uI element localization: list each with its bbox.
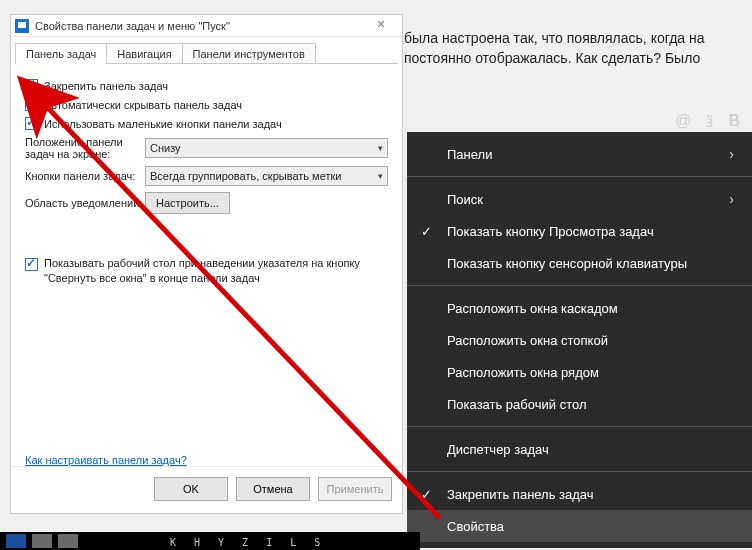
menu-sidebyside[interactable]: Расположить окна рядом xyxy=(407,356,752,388)
menu-label: Поиск xyxy=(447,192,483,207)
menu-panels[interactable]: Панели › xyxy=(407,138,752,170)
taskbar-context-menu: Панели › Поиск › ✓ Показать кнопку Просм… xyxy=(407,132,752,548)
at-icon: @ xyxy=(675,112,691,131)
menu-stack[interactable]: Расположить окна стопкой xyxy=(407,324,752,356)
select-grouping[interactable]: Всегда группировать, скрывать метки ▾ xyxy=(145,166,388,186)
select-value: Всегда группировать, скрывать метки xyxy=(150,170,341,182)
menu-lock-taskbar[interactable]: ✓ Закрепить панель задач xyxy=(407,478,752,510)
taskbar-app-icon[interactable] xyxy=(32,534,52,548)
dialog-footer: OK Отмена Применить xyxy=(11,466,402,513)
social-icons: @ ӟ B xyxy=(675,112,740,131)
tab-taskbar[interactable]: Панель задач xyxy=(15,43,107,64)
vk-icon: B xyxy=(728,112,740,131)
check-label: Автоматически скрывать панель задач xyxy=(44,99,242,111)
tab-navigation[interactable]: Навигация xyxy=(106,43,182,64)
menu-label: Показать рабочий стол xyxy=(447,397,586,412)
checkbox-icon xyxy=(25,258,38,271)
close-button[interactable]: × xyxy=(366,17,396,35)
dialog-icon xyxy=(15,19,29,33)
check-show-desktop-preview[interactable]: Показывать рабочий стол при наведении ук… xyxy=(25,256,388,286)
dialog-tabs: Панель задач Навигация Панели инструмент… xyxy=(11,37,402,64)
menu-cascade[interactable]: Расположить окна каскадом xyxy=(407,292,752,324)
chevron-right-icon: › xyxy=(729,191,734,207)
select-position[interactable]: Снизу ▾ xyxy=(145,138,388,158)
ok-button[interactable]: OK xyxy=(154,477,228,501)
chevron-down-icon: ▾ xyxy=(378,143,383,153)
select-value: Снизу xyxy=(150,142,181,154)
check-label: Показывать рабочий стол при наведении ук… xyxy=(44,256,388,286)
menu-search[interactable]: Поиск › xyxy=(407,183,752,215)
apply-button[interactable]: Применить xyxy=(318,477,392,501)
checkbox-icon xyxy=(25,117,38,130)
ok-icon: ӟ xyxy=(705,112,714,131)
menu-label: Показать кнопку сенсорной клавиатуры xyxy=(447,256,687,271)
menu-label: Расположить окна каскадом xyxy=(447,301,618,316)
menu-taskview[interactable]: ✓ Показать кнопку Просмотра задач xyxy=(407,215,752,247)
check-label: Использовать маленькие кнопки панели зад… xyxy=(44,118,282,130)
menu-touch-keyboard[interactable]: Показать кнопку сенсорной клавиатуры xyxy=(407,247,752,279)
checkbox-icon xyxy=(25,79,38,92)
menu-label: Диспетчер задач xyxy=(447,442,549,457)
label-position: Положение панели задач на экране: xyxy=(25,136,145,160)
check-icon: ✓ xyxy=(421,224,432,239)
check-icon: ✓ xyxy=(421,487,432,502)
cancel-button[interactable]: Отмена xyxy=(236,477,310,501)
check-autohide-taskbar[interactable]: Автоматически скрывать панель задач xyxy=(25,98,388,111)
taskbar-properties-dialog: Свойства панели задач и меню "Пуск" × Па… xyxy=(10,14,403,514)
check-lock-taskbar[interactable]: Закрепить панель задач xyxy=(25,79,388,92)
menu-properties[interactable]: Свойства xyxy=(407,510,752,542)
menu-label: Расположить окна стопкой xyxy=(447,333,608,348)
checkbox-icon xyxy=(25,98,38,111)
wallpaper-text: K H Y Z I L S xyxy=(170,537,326,548)
menu-task-manager[interactable]: Диспетчер задач xyxy=(407,433,752,465)
menu-label: Свойства xyxy=(447,519,504,534)
menu-label: Показать кнопку Просмотра задач xyxy=(447,224,654,239)
page-background-text: была настроена так, что появлялась, когд… xyxy=(404,28,744,69)
chevron-down-icon: ▾ xyxy=(378,171,383,181)
dialog-titlebar[interactable]: Свойства панели задач и меню "Пуск" × xyxy=(11,15,402,37)
dialog-title: Свойства панели задач и меню "Пуск" xyxy=(35,20,366,32)
label-buttons: Кнопки панели задач: xyxy=(25,170,145,182)
label-notification-area: Область уведомлений: xyxy=(25,197,145,209)
check-small-buttons[interactable]: Использовать маленькие кнопки панели зад… xyxy=(25,117,388,130)
help-link[interactable]: Как настраивать панели задач? xyxy=(25,454,402,466)
chevron-right-icon: › xyxy=(729,146,734,162)
menu-label: Расположить окна рядом xyxy=(447,365,599,380)
taskbar-app-icon[interactable] xyxy=(58,534,78,548)
tab-toolbars[interactable]: Панели инструментов xyxy=(182,43,316,64)
menu-label: Закрепить панель задач xyxy=(447,487,594,502)
menu-show-desktop[interactable]: Показать рабочий стол xyxy=(407,388,752,420)
configure-button[interactable]: Настроить... xyxy=(145,192,230,214)
taskbar-app-icon[interactable] xyxy=(6,534,26,548)
check-label: Закрепить панель задач xyxy=(44,80,168,92)
menu-label: Панели xyxy=(447,147,492,162)
